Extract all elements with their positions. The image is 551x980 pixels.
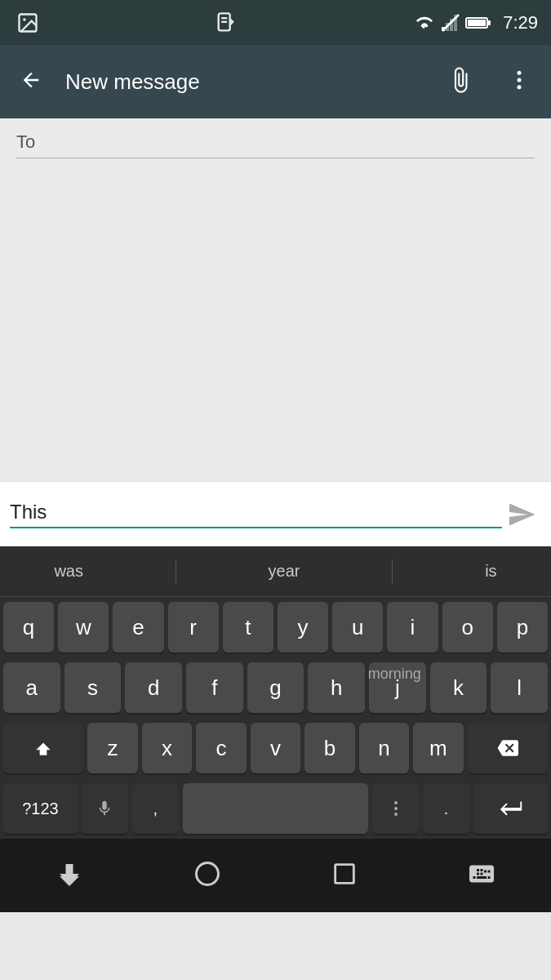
svg-rect-7 (446, 23, 449, 31)
key-y[interactable]: y (278, 602, 328, 653)
key-b[interactable]: b (304, 723, 354, 773)
key-v[interactable]: v (251, 723, 300, 773)
svg-rect-6 (450, 19, 453, 31)
message-area: To (0, 118, 551, 158)
key-enter[interactable] (473, 783, 548, 834)
battery-icon (465, 16, 491, 30)
suggestion-year[interactable]: year (252, 555, 317, 587)
suggestion-is[interactable]: is (469, 555, 513, 587)
nav-home-button[interactable] (184, 851, 230, 900)
key-k[interactable]: k (430, 662, 487, 713)
svg-point-15 (394, 801, 398, 804)
send-button[interactable] (502, 495, 541, 534)
word-suggestions: was year is (0, 546, 551, 597)
message-input-row (0, 481, 551, 546)
nav-recents-button[interactable] (322, 852, 367, 899)
key-w[interactable]: w (58, 602, 109, 653)
more-button[interactable] (500, 61, 538, 102)
key-period[interactable]: . (423, 783, 469, 834)
svg-point-16 (394, 807, 398, 810)
key-space[interactable] (183, 783, 369, 834)
nav-keyboard-button[interactable] (459, 851, 504, 900)
key-i[interactable]: i (387, 602, 438, 653)
status-time: 7:29 (503, 12, 538, 33)
svg-point-1 (23, 18, 26, 21)
nav-back-button[interactable] (47, 851, 92, 900)
key-p[interactable]: p (497, 602, 548, 653)
key-h[interactable]: h (308, 662, 365, 713)
key-row-1: q w e r t y u i o p (0, 597, 551, 657)
key-a[interactable]: a (3, 662, 60, 713)
image-icon (16, 11, 39, 34)
key-l[interactable]: l (491, 662, 548, 713)
key-x[interactable]: x (142, 723, 192, 773)
signal-off-icon (441, 13, 460, 33)
key-j[interactable]: j morning (369, 662, 426, 713)
nav-bar (0, 839, 551, 912)
keyboard: q w e r t y u i o p a s d f g h j mornin… (0, 597, 551, 839)
key-n[interactable]: n (359, 723, 409, 773)
key-row-4: ?123 , . (0, 778, 551, 839)
svg-point-19 (196, 863, 218, 885)
divider-1 (176, 559, 176, 584)
key-s[interactable]: s (64, 662, 122, 713)
message-body (0, 158, 551, 481)
svg-point-14 (518, 85, 522, 89)
key-f[interactable]: f (186, 662, 243, 713)
key-e[interactable]: e (113, 602, 163, 653)
svg-point-17 (394, 813, 398, 816)
key-comma[interactable]: , (132, 783, 179, 834)
app-bar-actions (440, 60, 538, 104)
svg-rect-20 (335, 865, 354, 884)
key-shift[interactable] (3, 723, 83, 773)
key-morning-label: morning (368, 666, 421, 683)
key-z[interactable]: z (87, 723, 137, 773)
key-dots[interactable] (372, 783, 419, 834)
divider-2 (392, 559, 393, 584)
key-mic[interactable] (82, 783, 128, 834)
key-row-3: z x c v b n m (0, 718, 551, 778)
svg-rect-5 (454, 15, 457, 31)
key-backspace[interactable] (468, 723, 548, 773)
back-button[interactable] (13, 62, 49, 101)
to-label[interactable]: To (16, 131, 535, 158)
key-t[interactable]: t (223, 602, 273, 653)
svg-rect-8 (442, 27, 445, 31)
key-u[interactable]: u (332, 602, 383, 653)
key-o[interactable]: o (442, 602, 493, 653)
key-d[interactable]: d (125, 662, 182, 713)
svg-rect-10 (468, 20, 486, 26)
status-icons: 7:29 (413, 12, 538, 33)
suggestion-was[interactable]: was (38, 555, 100, 587)
key-m[interactable]: m (413, 723, 463, 773)
key-r[interactable]: r (168, 602, 219, 653)
key-numeric[interactable]: ?123 (3, 783, 78, 834)
key-g[interactable]: g (247, 662, 304, 713)
svg-rect-11 (488, 20, 491, 25)
key-c[interactable]: c (196, 723, 246, 773)
status-bar: 7:29 (0, 0, 551, 45)
message-text-input[interactable] (10, 501, 502, 528)
svg-point-12 (518, 71, 522, 75)
file-icon (215, 11, 238, 34)
wifi-icon (413, 14, 436, 32)
svg-point-13 (518, 78, 522, 82)
key-q[interactable]: q (3, 602, 54, 653)
attach-button[interactable] (440, 60, 481, 104)
app-bar-title: New message (65, 69, 424, 95)
app-bar: New message (0, 45, 551, 118)
key-row-2: a s d f g h j morning k l (0, 657, 551, 718)
